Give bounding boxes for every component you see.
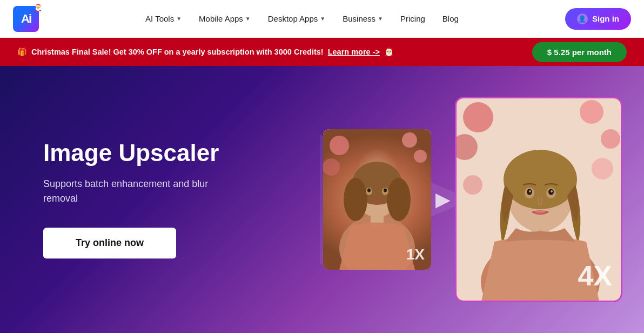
banner-text: 🎁 Christmas Final Sale! Get 30% OFF on a… xyxy=(17,48,394,57)
nav-links: AI Tools ▼ Mobile Apps ▼ Desktop Apps ▼ … xyxy=(138,10,466,28)
hero-subtitle: Supports batch enhancement and blur remo… xyxy=(43,177,227,207)
santa-emoji: 🎅 xyxy=(384,48,394,57)
chevron-down-icon: ▼ xyxy=(378,16,383,22)
image-before: 1X xyxy=(323,129,431,270)
gift-emoji: 🎁 xyxy=(17,48,27,57)
banner-cta-button[interactable]: $ 5.25 per month xyxy=(532,42,627,62)
image-after: 4X xyxy=(455,97,622,302)
svg-point-12 xyxy=(367,189,371,192)
comparison-arrow-icon: ▶ xyxy=(435,188,451,211)
hero-title: Image Upscaler xyxy=(43,140,227,166)
label-4x: 4X xyxy=(578,259,612,292)
svg-point-2 xyxy=(414,150,427,163)
nav-item-pricing[interactable]: Pricing xyxy=(393,10,433,28)
navbar: Ai AI Tools ▼ Mobile Apps ▼ Desktop Apps… xyxy=(0,0,644,38)
user-icon: 👤 xyxy=(577,14,588,24)
chevron-down-icon: ▼ xyxy=(245,16,251,22)
svg-point-15 xyxy=(463,102,493,132)
logo-icon: Ai xyxy=(13,6,39,32)
svg-point-16 xyxy=(580,100,603,124)
label-1x: 1X xyxy=(406,246,425,263)
svg-point-20 xyxy=(463,175,482,195)
svg-point-9 xyxy=(387,178,411,221)
learn-more-link[interactable]: Learn more -> xyxy=(328,48,380,56)
svg-point-13 xyxy=(384,189,387,192)
signin-button[interactable]: 👤 Sign in xyxy=(565,8,631,30)
nav-item-business[interactable]: Business ▼ xyxy=(335,10,391,28)
nav-item-ai-tools[interactable]: AI Tools ▼ xyxy=(138,10,189,28)
logo[interactable]: Ai xyxy=(13,6,39,32)
image-comparison: 1X ▶ xyxy=(323,97,622,302)
svg-point-1 xyxy=(402,132,417,148)
svg-point-17 xyxy=(601,129,620,149)
promo-banner: 🎁 Christmas Final Sale! Get 30% OFF on a… xyxy=(0,38,644,66)
chevron-down-icon: ▼ xyxy=(320,16,325,22)
svg-point-3 xyxy=(323,158,340,176)
svg-point-0 xyxy=(330,136,349,155)
nav-item-mobile-apps[interactable]: Mobile Apps ▼ xyxy=(191,10,258,28)
hero-content: Image Upscaler Supports batch enhancemen… xyxy=(43,140,227,258)
svg-point-19 xyxy=(592,158,613,179)
chevron-down-icon: ▼ xyxy=(176,16,182,22)
svg-point-24 xyxy=(504,150,577,209)
hero-section: Image Upscaler Supports batch enhancemen… xyxy=(0,66,644,333)
nav-item-desktop-apps[interactable]: Desktop Apps ▼ xyxy=(260,10,333,28)
banner-message: Christmas Final Sale! Get 30% OFF on a y… xyxy=(31,48,324,56)
svg-point-29 xyxy=(529,190,531,192)
try-online-button[interactable]: Try online now xyxy=(43,228,176,259)
svg-point-30 xyxy=(551,190,553,192)
nav-item-blog[interactable]: Blog xyxy=(435,10,466,28)
svg-point-8 xyxy=(344,178,367,221)
